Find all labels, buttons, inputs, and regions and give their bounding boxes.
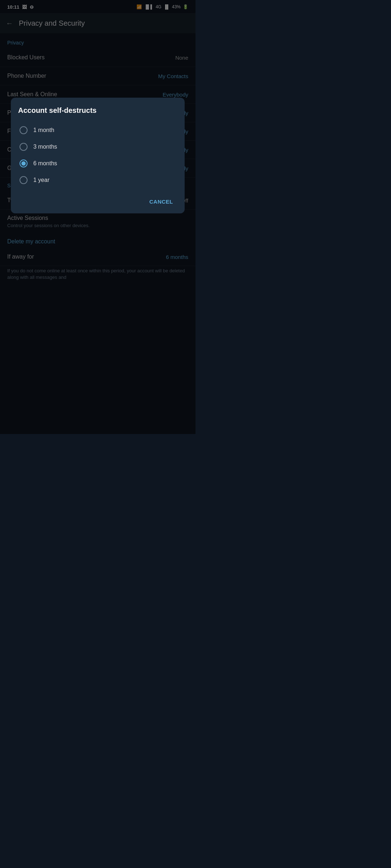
cancel-button[interactable]: CANCEL (145, 196, 178, 208)
dialog-actions: CANCEL (18, 193, 177, 208)
option-3-months[interactable]: 3 months (18, 139, 177, 155)
label-1-year: 1 year (33, 177, 49, 183)
radio-1-month[interactable] (20, 126, 28, 134)
option-1-month[interactable]: 1 month (18, 122, 177, 139)
label-1-month: 1 month (33, 127, 54, 133)
label-6-months: 6 months (33, 160, 57, 167)
radio-1-year[interactable] (20, 176, 28, 184)
option-1-year[interactable]: 1 year (18, 172, 177, 188)
option-6-months[interactable]: 6 months (18, 155, 177, 172)
radio-6-months[interactable] (20, 159, 28, 167)
dialog-title: Account self-destructs (18, 106, 177, 115)
self-destruct-dialog: Account self-destructs 1 month 3 months … (11, 98, 185, 213)
radio-3-months[interactable] (20, 143, 28, 151)
dialog-overlay[interactable] (0, 0, 196, 434)
label-3-months: 3 months (33, 144, 57, 150)
